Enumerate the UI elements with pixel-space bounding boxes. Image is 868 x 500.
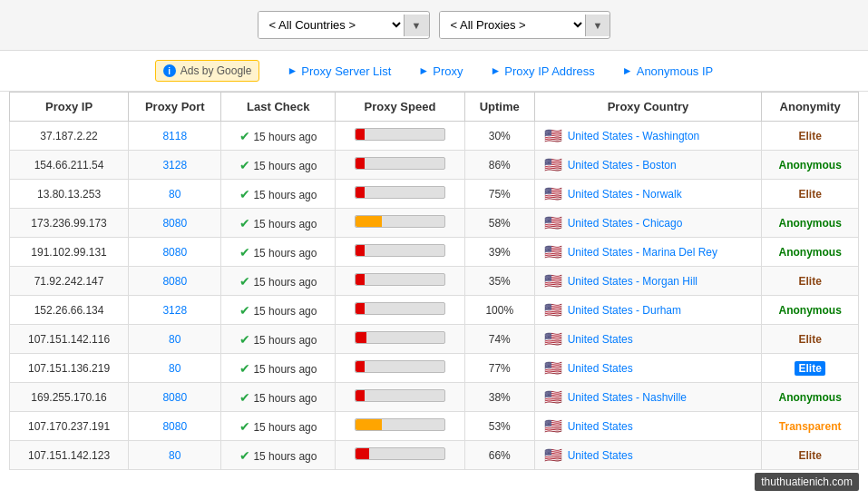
speed-bar-fill xyxy=(356,129,365,140)
speed-bar-fill xyxy=(356,303,365,314)
th-proxy-speed: Proxy Speed xyxy=(336,93,465,122)
port-link[interactable]: 3128 xyxy=(162,159,187,172)
countries-dropdown-arrow[interactable]: ▼ xyxy=(404,15,429,36)
cell-uptime: 30% xyxy=(464,122,534,151)
cell-country[interactable]: 🇺🇸United States - Morgan Hill xyxy=(534,267,762,296)
cell-port[interactable]: 8080 xyxy=(129,383,221,412)
cell-port[interactable]: 80 xyxy=(129,180,221,209)
cell-last-check: ✔ 15 hours ago xyxy=(221,325,336,354)
speed-bar-container xyxy=(355,447,445,460)
cell-port[interactable]: 3128 xyxy=(129,151,221,180)
cell-country[interactable]: 🇺🇸United States xyxy=(534,412,762,441)
countries-dropdown-wrapper[interactable]: < All Countries > ▼ xyxy=(258,11,430,39)
cell-speed xyxy=(336,296,465,325)
nav-proxy-ip-label: Proxy IP Address xyxy=(504,64,594,78)
cell-port[interactable]: 8080 xyxy=(129,412,221,441)
country-link[interactable]: 🇺🇸United States - Washington xyxy=(544,127,753,144)
port-link[interactable]: 3128 xyxy=(162,304,187,317)
check-icon: ✔ xyxy=(239,303,250,318)
cell-speed xyxy=(336,325,465,354)
cell-country[interactable]: 🇺🇸United States xyxy=(534,354,762,383)
country-link[interactable]: 🇺🇸United States - Marina Del Rey xyxy=(544,243,753,260)
port-link[interactable]: 8080 xyxy=(162,217,187,230)
cell-port[interactable]: 80 xyxy=(129,354,221,383)
nav-proxy-server-list-label: Proxy Server List xyxy=(301,64,391,78)
check-icon: ✔ xyxy=(239,274,250,289)
port-link[interactable]: 80 xyxy=(169,188,180,201)
cell-port[interactable]: 8080 xyxy=(129,267,221,296)
port-link[interactable]: 8080 xyxy=(162,246,187,259)
country-link[interactable]: 🇺🇸United States - Morgan Hill xyxy=(544,272,753,289)
country-link[interactable]: 🇺🇸United States - Chicago xyxy=(544,214,753,231)
speed-bar-fill xyxy=(356,390,365,401)
proxies-dropdown-arrow[interactable]: ▼ xyxy=(585,15,610,36)
flag-icon: 🇺🇸 xyxy=(544,388,562,406)
country-link[interactable]: 🇺🇸United States xyxy=(544,330,753,348)
cell-speed xyxy=(336,267,465,296)
cell-port[interactable]: 8118 xyxy=(129,122,221,151)
nav-anonymous-ip[interactable]: ► Anonymous IP xyxy=(622,64,713,78)
cell-port[interactable]: 80 xyxy=(129,325,221,354)
nav-proxy-ip-address[interactable]: ► Proxy IP Address xyxy=(490,64,594,78)
nav-proxy-server-list[interactable]: ► Proxy Server List xyxy=(287,64,391,78)
proxies-dropdown-wrapper[interactable]: < All Proxies > ▼ xyxy=(439,11,611,39)
cell-port[interactable]: 3128 xyxy=(129,296,221,325)
country-link[interactable]: 🇺🇸United States - Boston xyxy=(544,156,753,173)
port-link[interactable]: 8118 xyxy=(162,130,187,142)
cell-uptime: 100% xyxy=(464,296,534,325)
table-header-row: Proxy IP Proxy Port Last Check Proxy Spe… xyxy=(10,93,859,122)
cell-ip: 107.151.136.219 xyxy=(10,354,129,383)
cell-ip: 169.255.170.16 xyxy=(10,383,129,412)
cell-anonymity: Anonymous xyxy=(762,383,859,412)
country-link[interactable]: 🇺🇸United States - Norwalk xyxy=(544,185,753,202)
cell-port[interactable]: 8080 xyxy=(129,238,221,267)
cell-last-check: ✔ 15 hours ago xyxy=(221,354,336,383)
cell-country[interactable]: 🇺🇸United States - Boston xyxy=(534,151,762,180)
country-link[interactable]: 🇺🇸United States - Nashville xyxy=(544,388,753,406)
port-link[interactable]: 8080 xyxy=(162,391,187,404)
port-link[interactable]: 80 xyxy=(169,333,180,346)
cell-port[interactable]: 80 xyxy=(129,441,221,470)
port-link[interactable]: 8080 xyxy=(162,420,187,433)
cell-country[interactable]: 🇺🇸United States xyxy=(534,325,762,354)
country-link[interactable]: 🇺🇸United States - Durham xyxy=(544,301,753,319)
cell-uptime: 38% xyxy=(464,383,534,412)
table-row: 191.102.99.1318080✔ 15 hours ago39%🇺🇸Uni… xyxy=(10,238,859,267)
flag-icon: 🇺🇸 xyxy=(544,359,562,377)
port-link[interactable]: 8080 xyxy=(162,275,187,288)
cell-country[interactable]: 🇺🇸United States - Durham xyxy=(534,296,762,325)
flag-icon: 🇺🇸 xyxy=(544,156,562,173)
table-row: 173.236.99.1738080✔ 15 hours ago58%🇺🇸Uni… xyxy=(10,209,859,238)
cell-ip: 107.151.142.123 xyxy=(10,441,129,470)
countries-select[interactable]: < All Countries > xyxy=(258,12,404,38)
speed-bar-fill xyxy=(356,361,365,372)
anonymity-badge: Elite xyxy=(798,275,821,288)
cell-country[interactable]: 🇺🇸United States - Nashville xyxy=(534,383,762,412)
cell-ip: 154.66.211.54 xyxy=(10,151,129,180)
port-link[interactable]: 80 xyxy=(169,449,180,462)
cell-country[interactable]: 🇺🇸United States - Norwalk xyxy=(534,180,762,209)
country-link[interactable]: 🇺🇸United States xyxy=(544,359,753,377)
cell-ip: 107.151.142.116 xyxy=(10,325,129,354)
cell-ip: 37.187.2.22 xyxy=(10,122,129,151)
speed-bar-container xyxy=(355,418,445,431)
cell-port[interactable]: 8080 xyxy=(129,209,221,238)
cell-country[interactable]: 🇺🇸United States xyxy=(534,441,762,470)
speed-bar-container xyxy=(355,331,445,344)
country-link[interactable]: 🇺🇸United States xyxy=(544,446,753,464)
port-link[interactable]: 80 xyxy=(169,362,180,375)
flag-icon: 🇺🇸 xyxy=(544,330,562,348)
cell-country[interactable]: 🇺🇸United States - Chicago xyxy=(534,209,762,238)
nav-anonymous-ip-label: Anonymous IP xyxy=(637,64,714,78)
th-proxy-ip: Proxy IP xyxy=(10,93,129,122)
check-icon: ✔ xyxy=(239,332,250,347)
cell-ip: 71.92.242.147 xyxy=(10,267,129,296)
cell-country[interactable]: 🇺🇸United States - Washington xyxy=(534,122,762,151)
country-link[interactable]: 🇺🇸United States xyxy=(544,417,753,435)
nav-proxy[interactable]: ► Proxy xyxy=(418,64,463,78)
cell-anonymity: Elite xyxy=(762,180,859,209)
cell-country[interactable]: 🇺🇸United States - Marina Del Rey xyxy=(534,238,762,267)
proxies-select[interactable]: < All Proxies > xyxy=(440,12,585,38)
cell-anonymity: Anonymous xyxy=(762,296,859,325)
cell-uptime: 77% xyxy=(464,354,534,383)
